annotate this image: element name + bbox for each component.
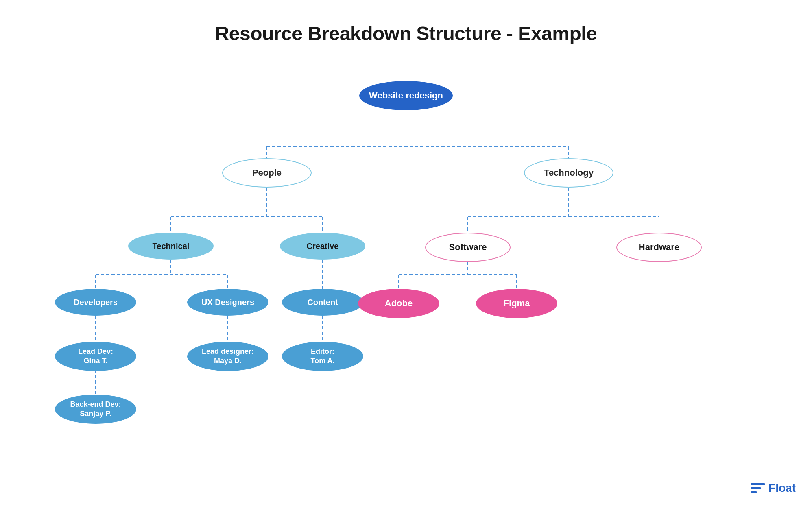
- node-website-redesign: Website redesign: [359, 81, 453, 110]
- diagram-container: .dashed { stroke: #4a90d9; stroke-width:…: [0, 53, 812, 500]
- node-technical: Technical: [128, 233, 214, 260]
- node-editor: Editor: Tom A.: [282, 342, 363, 371]
- node-lead-designer: Lead designer: Maya D.: [187, 342, 268, 371]
- diagram-svg: .dashed { stroke: #4a90d9; stroke-width:…: [0, 53, 812, 500]
- page-title: Resource Breakdown Structure - Example: [0, 0, 812, 45]
- node-software: Software: [425, 233, 511, 262]
- node-figma: Figma: [476, 289, 557, 318]
- float-logo-icon: [751, 482, 765, 495]
- node-content: Content: [282, 289, 363, 316]
- node-people: People: [222, 158, 312, 188]
- node-hardware: Hardware: [616, 233, 702, 262]
- node-technology: Technology: [524, 158, 613, 188]
- node-creative: Creative: [280, 233, 365, 260]
- node-adobe: Adobe: [358, 289, 439, 318]
- node-lead-dev: Lead Dev: Gina T.: [55, 342, 136, 371]
- float-logo: Float: [751, 482, 796, 495]
- node-developers: Developers: [55, 289, 136, 316]
- float-logo-text: Float: [768, 482, 796, 495]
- node-backend-dev: Back-end Dev: Sanjay P.: [55, 395, 136, 424]
- node-ux-designers: UX Designers: [187, 289, 268, 316]
